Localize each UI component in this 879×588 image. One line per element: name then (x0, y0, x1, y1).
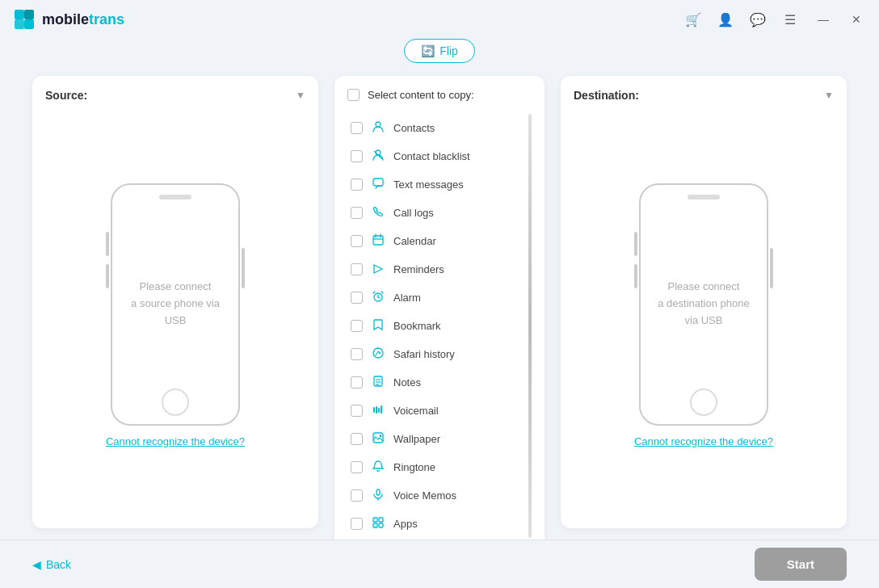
list-item-bookmark[interactable]: Bookmark (347, 312, 532, 340)
checkbox-wallpaper[interactable] (351, 433, 363, 445)
logo-icon (13, 8, 36, 31)
bottom-bar: ◀ Back Start (0, 540, 879, 588)
list-item-apps[interactable]: Apps (347, 510, 532, 538)
source-phone-area: Please connect a source phone via USB Ca… (45, 115, 305, 515)
checkbox-text-messages[interactable] (351, 178, 363, 191)
titlebar: mobiletrans 🛒 👤 💬 ☰ — ✕ (0, 0, 879, 39)
phone-left-btn1 (106, 232, 109, 256)
checkbox-ringtone[interactable] (351, 461, 363, 473)
bookmark-label: Bookmark (393, 320, 441, 332)
columns-layout: Source: ▼ Please connect a source phone … (32, 76, 847, 551)
back-label: Back (46, 558, 71, 571)
call-logs-icon (371, 205, 385, 220)
checkbox-calendar[interactable] (351, 235, 363, 247)
source-phone-frame: Please connect a source phone via USB (111, 183, 240, 426)
checkbox-safari-history[interactable] (351, 348, 363, 360)
svg-rect-3 (24, 19, 34, 29)
logo: mobiletrans (13, 8, 124, 31)
source-phone-wrapper: Please connect a source phone via USB (111, 183, 240, 426)
select-all-checkbox[interactable] (347, 89, 360, 101)
contact-blacklist-icon (371, 149, 385, 164)
checkbox-call-logs[interactable] (351, 207, 363, 219)
voicemail-label: Voicemail (393, 405, 439, 417)
svg-point-13 (373, 348, 383, 358)
select-all-row: Select content to copy: (347, 89, 532, 107)
list-item-contact-blacklist[interactable]: Contact blacklist (347, 142, 532, 170)
flip-button[interactable]: 🔄 Flip (404, 39, 475, 63)
source-cannot-link[interactable]: Cannot recognize the device? (106, 435, 245, 447)
checkbox-apps[interactable] (351, 518, 363, 530)
wallpaper-label: Wallpaper (393, 433, 440, 445)
checkbox-reminders[interactable] (351, 263, 363, 275)
source-phone-text: Please connect a source phone via USB (115, 279, 236, 329)
select-all-label: Select content to copy: (368, 89, 474, 101)
svg-point-4 (376, 122, 381, 127)
checkbox-contacts[interactable] (351, 122, 363, 134)
safari-history-icon (371, 346, 385, 362)
destination-panel: Destination: ▼ Please connect a destinat… (561, 76, 847, 528)
phone-right-btn (242, 248, 245, 288)
alarm-label: Alarm (393, 292, 421, 304)
back-arrow-icon: ◀ (32, 558, 41, 571)
text-messages-icon (371, 177, 385, 192)
call-logs-label: Call logs (393, 207, 434, 219)
destination-chevron-icon[interactable]: ▼ (824, 90, 834, 101)
svg-point-23 (380, 435, 382, 437)
voice-memos-icon (371, 488, 385, 503)
source-panel-header: Source: ▼ (45, 89, 305, 102)
phone-left-btn2 (106, 264, 109, 288)
contacts-label: Contacts (393, 122, 435, 134)
minimize-button[interactable]: — (813, 11, 834, 27)
cart-icon[interactable]: 🛒 (683, 10, 703, 29)
checkbox-alarm[interactable] (351, 292, 363, 304)
source-chevron-icon[interactable]: ▼ (296, 90, 305, 101)
svg-rect-19 (376, 406, 377, 414)
list-item-ringtone[interactable]: Ringtone (347, 453, 532, 481)
items-list: Contacts Contact blacklist Text messages… (347, 114, 532, 538)
menu-icon[interactable]: ☰ (780, 10, 800, 29)
svg-rect-1 (24, 10, 34, 19)
back-button[interactable]: ◀ Back (32, 558, 71, 571)
list-item-voice-memos[interactable]: Voice Memos (347, 481, 532, 510)
svg-rect-29 (379, 523, 383, 527)
list-item-safari-history[interactable]: Safari history (347, 340, 532, 368)
checkbox-voicemail[interactable] (351, 405, 363, 417)
checkbox-bookmark[interactable] (351, 320, 363, 332)
checkbox-voice-memos[interactable] (351, 489, 363, 502)
titlebar-actions: 🛒 👤 💬 ☰ — ✕ (683, 10, 866, 29)
destination-title: Destination: (574, 89, 639, 102)
list-item-voicemail[interactable]: Voicemail (347, 397, 532, 425)
checkbox-contact-blacklist[interactable] (351, 150, 363, 162)
list-item-wallpaper[interactable]: Wallpaper (347, 425, 532, 453)
destination-phone-frame: Please connect a destination phone via U… (639, 183, 768, 426)
user-icon[interactable]: 👤 (716, 10, 735, 29)
list-item-calendar[interactable]: Calendar (347, 227, 532, 255)
bookmark-icon (371, 318, 385, 334)
close-button[interactable]: ✕ (847, 11, 866, 27)
chat-icon[interactable]: 💬 (748, 10, 768, 29)
scroll-divider (528, 114, 532, 538)
alarm-icon (371, 290, 385, 305)
svg-rect-18 (373, 407, 375, 413)
notes-icon (371, 375, 385, 390)
list-item-reminders[interactable]: Reminders (347, 255, 532, 284)
dest-phone-left-btn1 (634, 232, 637, 256)
svg-rect-27 (379, 518, 383, 522)
list-item-alarm[interactable]: Alarm (347, 284, 532, 312)
source-title: Source: (45, 89, 87, 102)
list-item-contacts[interactable]: Contacts (347, 114, 532, 142)
start-button[interactable]: Start (755, 548, 847, 581)
destination-cannot-link[interactable]: Cannot recognize the device? (634, 435, 773, 447)
ringtone-label: Ringtone (393, 461, 435, 473)
calendar-label: Calendar (393, 235, 436, 247)
voicemail-icon (371, 403, 385, 418)
list-item-notes[interactable]: Notes (347, 368, 532, 397)
list-item-text-messages[interactable]: Text messages (347, 170, 532, 199)
source-panel: Source: ▼ Please connect a source phone … (32, 76, 318, 528)
flip-button-wrapper: 🔄 Flip (404, 39, 475, 63)
svg-rect-2 (15, 19, 24, 29)
flip-label: Flip (440, 44, 458, 57)
main-content: 🔄 Flip Source: ▼ Please connect a so (0, 39, 879, 540)
list-item-call-logs[interactable]: Call logs (347, 199, 532, 227)
checkbox-notes[interactable] (351, 376, 363, 388)
